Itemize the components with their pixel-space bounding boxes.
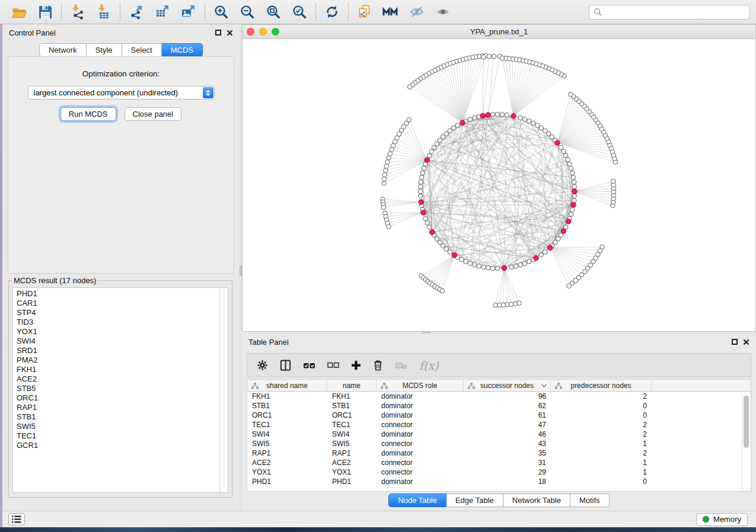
table-row[interactable]: ORC1ORC1dominator610	[247, 411, 751, 420]
network-node[interactable]	[468, 261, 473, 266]
network-leaf-node[interactable]	[492, 54, 496, 59]
network-mcds-node[interactable]	[460, 120, 465, 126]
list-item[interactable]: STP4	[17, 308, 228, 318]
network-node[interactable]	[543, 250, 547, 255]
network-canvas[interactable]	[243, 39, 755, 331]
network-node[interactable]	[423, 216, 428, 221]
export-network-button[interactable]	[123, 1, 149, 23]
memory-button[interactable]: Memory	[696, 513, 748, 526]
table-tab-motifs[interactable]: Motifs	[570, 493, 610, 507]
table-row[interactable]: FKH1FKH1dominator962	[247, 392, 751, 401]
close-panel-icon[interactable]	[743, 339, 749, 345]
network-node[interactable]	[572, 194, 577, 198]
network-mcds-node[interactable]	[555, 140, 560, 146]
table-row[interactable]: TEC1TEC1connector472	[247, 420, 751, 430]
network-node[interactable]	[427, 153, 432, 158]
network-mcds-node[interactable]	[571, 202, 576, 207]
network-leaf-node[interactable]	[382, 181, 387, 186]
export-table-button[interactable]	[149, 1, 176, 23]
network-titlebar[interactable]: YPA_prune.txt_1	[243, 25, 755, 39]
network-leaf-node[interactable]	[611, 179, 616, 184]
table-tab-node-table[interactable]: Node Table	[388, 493, 446, 507]
network-mcds-node[interactable]	[534, 255, 539, 261]
network-mcds-node[interactable]	[430, 230, 435, 235]
network-node[interactable]	[468, 117, 473, 122]
network-leaf-node[interactable]	[440, 289, 445, 293]
network-leaf-node[interactable]	[385, 160, 390, 165]
network-leaf-node[interactable]	[381, 205, 386, 210]
import-network-button[interactable]	[65, 1, 91, 23]
network-node[interactable]	[563, 153, 568, 158]
network-node[interactable]	[427, 225, 432, 230]
search-input[interactable]	[605, 8, 745, 17]
network-mcds-node[interactable]	[419, 200, 424, 205]
column-header-predecessor-nodes[interactable]: predecessor nodes	[551, 380, 652, 391]
network-node[interactable]	[518, 116, 523, 120]
network-node[interactable]	[473, 262, 477, 267]
list-item[interactable]: STB1	[17, 412, 228, 422]
select-all-button[interactable]	[303, 361, 315, 370]
network-node[interactable]	[572, 180, 576, 185]
network-mcds-node[interactable]	[561, 229, 566, 234]
network-node[interactable]	[495, 112, 500, 117]
network-leaf-node[interactable]	[382, 172, 387, 177]
float-panel-icon[interactable]	[215, 30, 221, 36]
network-node[interactable]	[490, 266, 495, 271]
tab-network[interactable]: Network	[39, 43, 87, 57]
table-row[interactable]: SWI4SWI4dominator462	[247, 430, 751, 439]
network-node[interactable]	[486, 265, 491, 270]
table-scrollbar[interactable]	[742, 392, 751, 491]
network-node[interactable]	[572, 184, 577, 189]
network-leaf-node[interactable]	[481, 55, 486, 59]
network-node[interactable]	[418, 189, 423, 194]
close-panel-icon[interactable]	[227, 30, 233, 36]
export-image-button[interactable]	[176, 1, 202, 23]
column-visibility-button[interactable]	[280, 360, 291, 371]
network-leaf-node[interactable]	[600, 245, 605, 249]
network-mcds-node[interactable]	[480, 113, 486, 118]
table-row[interactable]: ACE2ACE2connector311	[247, 458, 751, 467]
show-all-button[interactable]	[430, 1, 456, 23]
network-leaf-node[interactable]	[384, 168, 388, 173]
network-mcds-node[interactable]	[486, 113, 491, 118]
network-node[interactable]	[571, 175, 576, 180]
list-item[interactable]: CAR1	[17, 299, 228, 308]
add-column-button[interactable]	[351, 360, 361, 370]
network-mcds-node[interactable]	[547, 245, 553, 251]
first-neighbors-button[interactable]	[378, 1, 404, 23]
network-mcds-node[interactable]	[421, 210, 426, 216]
network-node[interactable]	[420, 171, 425, 175]
delete-table-button[interactable]	[395, 361, 407, 370]
network-leaf-node[interactable]	[384, 164, 389, 169]
column-header-successor-nodes[interactable]: successor nodes	[464, 380, 551, 391]
list-scrollbar[interactable]	[219, 288, 228, 492]
network-mcds-node[interactable]	[425, 158, 430, 163]
column-header-shared-name[interactable]: shared name	[247, 380, 327, 391]
network-node[interactable]	[473, 116, 477, 120]
list-item[interactable]: SWI5	[17, 422, 228, 431]
float-panel-icon[interactable]	[732, 339, 738, 345]
network-leaf-node[interactable]	[387, 156, 391, 161]
list-item[interactable]: SWI4	[17, 336, 228, 346]
delete-column-button[interactable]	[373, 360, 383, 371]
network-node[interactable]	[518, 262, 523, 267]
tab-style[interactable]: Style	[87, 43, 122, 57]
zoom-in-button[interactable]	[208, 1, 234, 23]
network-node[interactable]	[448, 250, 452, 255]
table-row[interactable]: RAP1RAP1dominator352	[247, 448, 751, 458]
network-node[interactable]	[509, 265, 514, 270]
network-node[interactable]	[567, 162, 572, 166]
network-mcds-node[interactable]	[511, 114, 516, 119]
network-node[interactable]	[490, 112, 495, 117]
network-node[interactable]	[500, 112, 505, 117]
network-node[interactable]	[569, 166, 573, 171]
network-mcds-node[interactable]	[502, 265, 507, 271]
network-node[interactable]	[570, 207, 575, 212]
network-node[interactable]	[481, 265, 486, 270]
list-item[interactable]: RAP1	[17, 403, 228, 412]
network-node[interactable]	[419, 180, 423, 185]
function-builder-button[interactable]: f(x)	[419, 359, 439, 372]
network-node[interactable]	[460, 257, 464, 262]
network-mcds-node[interactable]	[572, 189, 578, 194]
tab-mcds[interactable]: MCDS	[162, 43, 203, 57]
